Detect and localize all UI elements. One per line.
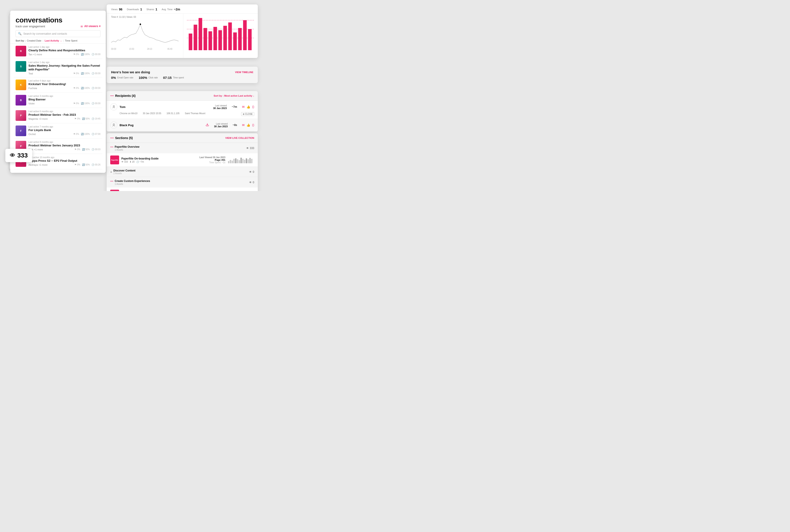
email-icon-2[interactable]: ✉ — [242, 123, 245, 127]
sort-time-spent[interactable]: Time Spent — [65, 39, 77, 42]
conv-time-4: Last active 3 months ago — [29, 95, 100, 97]
recipients-panel: — Recipients (4) Sort by : Most active L… — [107, 91, 258, 132]
conv-time-2: Last active 1 day ago — [29, 61, 100, 63]
close-button-tom[interactable]: ⊕ CLOSE — [241, 112, 254, 116]
conv-stats-7: ⚑ 0% 🔄 50% 🕐 00:03 — [74, 148, 100, 151]
conv-tag-4: Violet — [29, 102, 35, 105]
conv-meta-6: Orchid ⚑ 0% 🔄 100% 🕐 07:00 — [29, 133, 100, 135]
conversation-item-4[interactable]: B Last active 3 months ago Blog Banner V… — [14, 93, 102, 108]
conv-stats-2: ⚑ 0% 🔄 100% 🕐 00:00 — [73, 72, 100, 75]
conv-info-2: Last active 1 day ago Sales Mastery Jour… — [29, 61, 100, 75]
stat-click-5: 🔄 50% — [82, 117, 90, 120]
section-label-custom[interactable]: — Create Custom Experiences — [110, 179, 150, 183]
asset-row-guide: Paperflite Paperflite On-boarding Guide … — [107, 153, 258, 167]
custom-views: 👁 0 — [249, 181, 254, 184]
stat-click-8: 🔄 50% — [82, 164, 90, 166]
conv-info-5: Last active 6 months ago Product Webinar… — [29, 110, 100, 120]
search-bar[interactable]: 🔍 Search by conversation and contacts — [16, 30, 100, 37]
collapse-icon[interactable]: — — [110, 145, 113, 149]
analytics-stats-row: Views 96 Downloads 1 Shares 1 Avg. Time … — [107, 4, 258, 14]
discover-label[interactable]: + Discover Content 2 Assets — [110, 169, 135, 175]
share-icon[interactable]: ⟨⟩ — [252, 105, 254, 109]
blackpug-actions[interactable]: ✉ 👍 ⟨⟩ — [242, 123, 254, 127]
discover-views: 👁 0 — [249, 170, 254, 173]
sections-header: — Sections (5) VIEW LIVE COLLECTION — [107, 133, 258, 143]
tom-time-ago: ~7m — [232, 105, 237, 108]
asset-time-guide: 🕐 ~7m — [136, 160, 144, 163]
stat-time-8: 🕐 00:26 — [92, 164, 100, 166]
tom-device: Chrome on Win10 — [119, 112, 137, 116]
engagement-panel: Here's how we are doing VIEW TIMELINE 0%… — [107, 66, 258, 83]
asset-thumb-landing: 🎨 — [110, 190, 119, 191]
recipient-main-blackpug: Black Pug Last viewed 30 Jan 2023 ~8s ✉ … — [110, 121, 254, 129]
email-icon[interactable]: ✉ — [242, 105, 245, 109]
view-timeline-button[interactable]: VIEW TIMELINE — [235, 71, 253, 74]
recipients-header: — Recipients (4) Sort by : Most active L… — [107, 91, 258, 101]
stat-click-1: 🔄 100% — [81, 53, 90, 56]
asset-info-guide: Paperflite On-boarding Guide 👁 333 ⬇ 20 … — [121, 157, 197, 163]
svg-rect-9 — [193, 25, 197, 50]
analytics-stat-avg.-time: Avg. Time ~2m — [162, 7, 180, 11]
svg-rect-34 — [246, 158, 247, 163]
share-icon-2[interactable]: ⟨⟩ — [252, 123, 254, 127]
stat-value-2: 1 — [155, 7, 157, 11]
conv-header: conversations track user engagement ⚌ Al… — [10, 11, 106, 28]
all-viewers-button[interactable]: ⚌ All viewers ▾ — [80, 25, 100, 28]
section-label-overview[interactable]: — Paperflite Overview — [110, 145, 139, 149]
conversation-item-5[interactable]: P Last active 6 months ago Product Webin… — [14, 108, 102, 123]
recipients-title: — Recipients (4) — [110, 94, 135, 98]
conversation-item-3[interactable]: K Last active 4 days ago Kickstart Your … — [14, 77, 102, 93]
sort-label: Sort by : — [16, 39, 25, 42]
eng-value-2: 07:15 — [163, 76, 172, 79]
sort-created-date[interactable]: Created Date — [27, 39, 41, 42]
svg-rect-36 — [249, 158, 251, 163]
svg-rect-29 — [237, 159, 238, 163]
recipient-name-tom: Tom — [119, 105, 164, 109]
avatar-tom — [110, 103, 117, 110]
app-title: conversations — [16, 16, 100, 24]
conversation-item-2[interactable]: S Last active 1 day ago Sales Mastery Jo… — [14, 59, 102, 77]
eye-icon-discover: 👁 — [249, 170, 252, 173]
eng-label-1: Click rate — [148, 76, 158, 79]
svg-rect-14 — [218, 30, 222, 50]
collapse-icon-custom[interactable]: — — [110, 179, 113, 183]
stat-click-7: 🔄 50% — [82, 148, 90, 151]
stat-click-6: 🔄 100% — [81, 133, 90, 135]
stat-value-1: 1 — [140, 7, 142, 11]
conv-stats-8: ⚑ 0% 🔄 50% 🕐 00:26 — [74, 164, 100, 166]
engagement-stats: 0% Email Open rate 100% Click rate 07:15… — [111, 76, 253, 79]
views-count: 333 — [17, 152, 28, 159]
stat-value-3: ~2m — [174, 7, 180, 11]
recipients-sort: Sort by : Most active Last activity ↓ — [213, 94, 254, 97]
sort-last-activity[interactable]: Last Activity — [45, 39, 59, 42]
stat-open-8: ⚑ 0% — [74, 164, 80, 166]
conversation-item-1[interactable]: R Last active 1 day ago Clearly Define R… — [14, 43, 102, 59]
conv-info-3: Last active 4 days ago Kickstart Your On… — [29, 79, 100, 90]
conv-thumb-2: S — [16, 61, 26, 72]
conv-tag-6: Orchid — [29, 133, 36, 135]
tom-ip: 106.51.1.105 — [166, 112, 179, 116]
search-input[interactable]: Search by conversation and contacts — [23, 32, 67, 35]
svg-text:28:10: 28:10 — [147, 48, 152, 50]
svg-rect-12 — [208, 31, 212, 50]
svg-rect-15 — [223, 26, 227, 50]
search-icon: 🔍 — [18, 32, 22, 35]
svg-rect-10 — [199, 18, 202, 50]
view-collection-button[interactable]: VIEW LIVE COLLECTION — [225, 137, 254, 139]
svg-rect-33 — [244, 160, 245, 163]
bar-chart-area — [183, 14, 258, 58]
thumb-icon[interactable]: 👍 — [246, 105, 250, 109]
stat-open-7: ⚑ 0% — [74, 148, 80, 151]
conversation-item-6[interactable]: F Last active 7 months ago For Lloyds Ba… — [14, 123, 102, 139]
tom-actions[interactable]: ✉ 👍 ⟨⟩ — [242, 105, 254, 109]
conv-meta-7: Pink +1 more ⚑ 0% 🔄 50% 🕐 00:03 — [29, 148, 100, 151]
expand-icon-discover[interactable]: + — [110, 170, 112, 174]
stat-time-3: 🕐 00:00 — [92, 87, 100, 89]
conv-tag-3: Fuchsia — [29, 87, 37, 90]
conv-title-1: Clearly Define Roles and Responsibilitie… — [29, 49, 100, 53]
chart-area: Time #: 11:10 | Views: 03 00:00 15:50 28… — [107, 14, 258, 58]
thumb-icon-2[interactable]: 👍 — [246, 123, 250, 127]
stat-open-5: ⚑ 0% — [74, 117, 80, 120]
conv-title-6: For Lloyds Bank — [29, 128, 100, 132]
conv-time-6: Last active 7 months ago — [29, 126, 100, 128]
